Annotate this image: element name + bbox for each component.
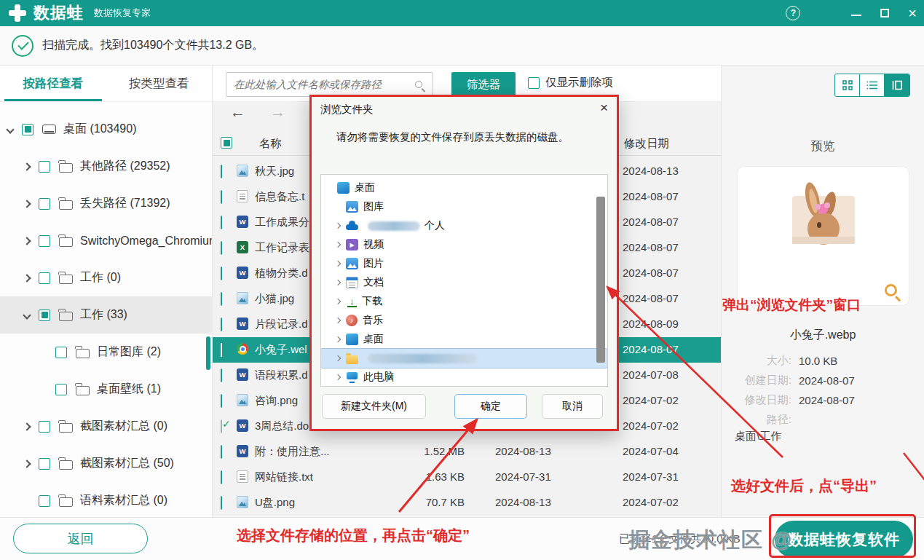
sidebar-tree-item[interactable]: 截图素材汇总 (0) (0, 408, 212, 445)
search-icon[interactable] (415, 81, 422, 88)
chevron-right-icon[interactable] (23, 460, 31, 468)
table-row[interactable]: 网站链接.txt1.63 KB2024-07-312024-07-31 (213, 465, 721, 490)
sidebar-tree-item[interactable]: 截图素材汇总 (50) (0, 445, 212, 482)
search-box[interactable] (226, 72, 433, 97)
download-icon: ↓ (347, 296, 357, 307)
tree-checkbox[interactable] (55, 384, 67, 395)
file-checkbox[interactable] (221, 241, 222, 255)
dialog-close-icon[interactable]: × (600, 100, 608, 116)
minimize-icon[interactable] (851, 15, 861, 16)
dialog-tree-item[interactable] (321, 349, 607, 368)
file-checkbox[interactable] (221, 419, 222, 433)
back-button[interactable]: 返回 (13, 524, 148, 553)
help-icon[interactable]: ? (786, 6, 800, 20)
cancel-button[interactable]: 取消 (542, 394, 603, 419)
tree-checkbox[interactable] (55, 347, 67, 358)
dialog-tree-item[interactable]: ↓下载 (321, 292, 607, 311)
pc-icon (346, 371, 358, 383)
zoom-magnifier-icon[interactable] (885, 284, 897, 296)
dialog-tree-item[interactable]: 桌面 (321, 330, 607, 349)
sidebar-tree-item[interactable]: 丢失路径 (71392) (0, 185, 212, 222)
sidebar-tree-item[interactable]: SwitchyOmega_Chromiur (0, 222, 212, 259)
ok-button[interactable]: 确定 (454, 394, 527, 419)
dialog-scrollbar[interactable] (596, 197, 605, 363)
tree-checkbox[interactable] (39, 309, 50, 321)
maximize-icon[interactable] (880, 9, 889, 17)
file-checkbox[interactable] (221, 292, 222, 306)
dialog-tree-item[interactable]: 个人 (321, 216, 607, 235)
tree-checkbox[interactable] (39, 458, 50, 470)
chevron-right-icon[interactable] (23, 274, 31, 282)
dialog-tree-item[interactable]: 图库 (321, 197, 607, 216)
show-deleted-label: 仅显示删除项 (545, 75, 613, 90)
file-checkbox[interactable] (221, 343, 222, 357)
tab-view-by-type[interactable]: 按类型查看 (106, 66, 213, 101)
table-row[interactable]: U盘.png70.7 KB2024-08-132024-07-02 (213, 490, 721, 516)
name-column-header[interactable]: 名称 (259, 136, 282, 151)
file-checkbox[interactable] (221, 368, 222, 382)
file-checkbox[interactable] (221, 165, 222, 178)
chevron-right-icon[interactable] (335, 318, 341, 323)
menu-icon[interactable] (819, 9, 832, 17)
dialog-tree-item[interactable]: 文档 (321, 273, 607, 292)
tree-checkbox[interactable] (39, 235, 50, 247)
chevron-right-icon[interactable] (23, 162, 31, 170)
sidebar-scrollbar[interactable] (206, 336, 210, 370)
chevron-right-icon[interactable] (335, 299, 341, 304)
dialog-tree-item[interactable]: 此电脑 (321, 368, 607, 387)
grid-view-icon[interactable] (835, 74, 860, 96)
search-input[interactable] (234, 79, 415, 90)
chevron-right-icon[interactable] (335, 261, 341, 267)
tree-checkbox[interactable] (39, 198, 50, 210)
forward-arrow-icon[interactable]: → (270, 103, 285, 121)
chevron-right-icon[interactable] (23, 422, 31, 430)
tree-checkbox[interactable] (39, 161, 50, 173)
file-checkbox[interactable] (221, 496, 222, 510)
dialog-tree-item[interactable]: ♪音乐 (321, 311, 607, 330)
back-arrow-icon[interactable]: ← (230, 103, 245, 121)
file-checkbox[interactable] (221, 190, 222, 204)
export-button[interactable]: 数据蛙恢复软件 (775, 521, 913, 558)
tree-checkbox[interactable] (39, 421, 50, 433)
chevron-right-icon[interactable] (335, 280, 341, 285)
chevron-right-icon[interactable] (335, 374, 341, 380)
sidebar-tree-item[interactable]: 其他路径 (29352) (0, 148, 212, 185)
chevron-right-icon[interactable] (23, 200, 31, 208)
tree-checkbox[interactable] (39, 495, 50, 507)
chevron-right-icon[interactable] (23, 237, 31, 245)
sidebar-tree-item[interactable]: 桌面 (103490) (0, 111, 212, 148)
modified-column-header[interactable]: 修改日期 (624, 136, 669, 151)
chevron-right-icon[interactable] (335, 336, 341, 342)
chevron-right-icon[interactable] (335, 242, 341, 248)
detail-view-icon[interactable] (885, 74, 909, 96)
close-icon[interactable]: × (908, 6, 917, 20)
chevron-right-icon[interactable] (335, 223, 341, 229)
sidebar-tree-item[interactable]: 桌面壁纸 (1) (0, 371, 212, 408)
dialog-tree-item[interactable]: ▶视频 (321, 235, 607, 254)
new-folder-button[interactable]: 新建文件夹(M) (322, 394, 426, 419)
show-deleted-checkbox[interactable] (528, 77, 540, 89)
filter-button[interactable]: 筛选器 (451, 72, 516, 97)
sidebar-tree-item[interactable]: 语料素材汇总 (0) (0, 482, 212, 517)
file-checkbox[interactable] (221, 394, 222, 408)
chevron-down-icon[interactable] (23, 311, 31, 319)
file-checkbox[interactable] (221, 216, 222, 229)
tab-view-by-path[interactable]: 按路径查看 (0, 66, 106, 101)
file-modified-date: 2024-08-07 (623, 190, 717, 202)
file-checkbox[interactable] (221, 445, 222, 459)
sidebar-tree-item[interactable]: 日常图库 (2) (0, 334, 212, 371)
sidebar-tree-item[interactable]: 工作 (0) (0, 259, 212, 296)
list-view-icon[interactable] (860, 74, 885, 96)
select-all-checkbox[interactable] (221, 137, 232, 149)
file-checkbox[interactable] (221, 470, 222, 484)
file-checkbox[interactable] (221, 267, 222, 280)
chevron-right-icon[interactable] (335, 355, 341, 361)
sidebar-tree-item[interactable]: 工作 (33) (0, 296, 212, 334)
tree-checkbox[interactable] (22, 124, 33, 135)
dialog-tree-item[interactable]: 桌面 (321, 178, 607, 197)
tree-checkbox[interactable] (39, 272, 50, 284)
dialog-tree-item[interactable]: 图片 (321, 254, 607, 273)
table-row[interactable]: W附：使用注意...1.52 MB2024-08-132024-07-04 (213, 439, 721, 465)
chevron-down-icon[interactable] (6, 125, 14, 133)
file-checkbox[interactable] (221, 318, 222, 331)
